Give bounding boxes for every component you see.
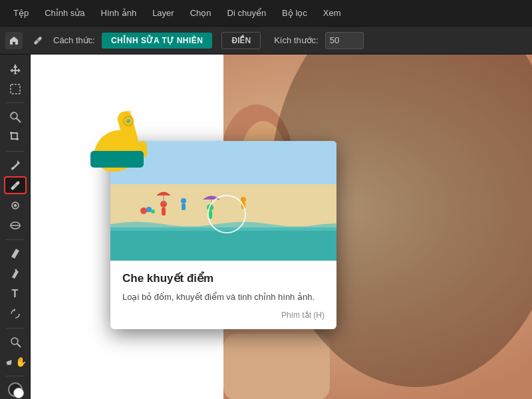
brush-tool[interactable] (4, 196, 27, 214)
svg-point-38 (125, 110, 132, 114)
svg-point-37 (126, 119, 130, 123)
svg-line-22 (17, 344, 21, 347)
menu-xem[interactable]: Xem (317, 5, 348, 21)
svg-point-20 (15, 269, 17, 271)
svg-rect-28 (223, 334, 330, 399)
tooltip-shortcut: Phím tắt (H) (122, 311, 325, 320)
mode-dien-button[interactable]: ĐIỀN (221, 32, 261, 49)
pen-tool[interactable] (4, 265, 27, 283)
menu-di-chuyen[interactable]: Di chuyển (221, 5, 273, 21)
toolbar-separator-3 (6, 239, 25, 240)
burn-tool[interactable] (4, 217, 27, 235)
svg-point-54 (146, 207, 152, 212)
menu-layer[interactable]: Layer (146, 5, 181, 21)
menubar: Tệp Chỉnh sửa Hình ảnh Layer Chọn Di chu… (0, 0, 532, 27)
heal-tool[interactable] (4, 176, 27, 195)
toolbar-separator-1 (6, 102, 25, 103)
move-tool[interactable] (4, 60, 27, 78)
menu-chinh-sua[interactable]: Chỉnh sửa (38, 5, 91, 21)
home-button[interactable] (5, 32, 23, 49)
svg-point-21 (11, 338, 18, 344)
hand-tool[interactable]: ✋ (4, 353, 27, 371)
size-input[interactable] (325, 32, 364, 49)
mode-chinh-sua-button[interactable]: CHỈNH SỬA TỰ NHIÊN (102, 33, 213, 49)
svg-rect-45 (182, 203, 186, 210)
tooltip-text-area: Che khuyết điểm Loại bỏ đốm, khuyết điểm… (110, 261, 336, 329)
svg-point-53 (140, 207, 147, 214)
main-layout: T ✋ (0, 55, 532, 399)
menu-hinh-anh[interactable]: Hình ảnh (94, 5, 144, 21)
svg-marker-3 (10, 64, 21, 74)
eyedropper-tool[interactable] (4, 156, 27, 174)
svg-point-17 (14, 204, 17, 207)
toolbar: T ✋ (0, 55, 31, 399)
svg-point-6 (11, 112, 17, 119)
svg-point-7 (11, 112, 13, 114)
kich-thuoc-label: Kích thước: (274, 35, 319, 45)
toolbar-separator-5 (6, 376, 25, 376)
svg-rect-35 (90, 151, 144, 168)
crop-tool[interactable] (4, 128, 27, 146)
canvas-area[interactable]: Che khuyết điểm Loại bỏ đốm, khuyết điểm… (31, 55, 532, 399)
tooltip-title: Che khuyết điểm (122, 271, 325, 285)
svg-rect-43 (162, 207, 166, 215)
svg-point-48 (241, 197, 246, 202)
selection-tool[interactable] (4, 80, 27, 98)
magic-wand-tool[interactable] (4, 108, 27, 126)
svg-point-9 (13, 112, 14, 112)
menu-tep[interactable]: Tệp (7, 5, 35, 21)
svg-point-8 (11, 114, 12, 116)
svg-point-2 (37, 39, 39, 42)
eraser-tool[interactable] (4, 245, 27, 263)
text-tool[interactable]: T (4, 285, 27, 303)
pointing-hand-illustration (80, 101, 160, 174)
tooltip-description: Loại bỏ đốm, khuyết điểm và tinh chỉnh h… (122, 291, 325, 304)
toolbar-separator-2 (6, 151, 25, 152)
rotate-tool[interactable] (4, 305, 27, 323)
zoom-tool[interactable] (4, 332, 27, 350)
svg-rect-4 (11, 84, 20, 94)
svg-point-55 (151, 209, 155, 213)
toolbar-separator-4 (6, 328, 25, 329)
cach-thuc-label: Cách thức: (53, 35, 95, 45)
foreground-color-swatch[interactable] (4, 381, 27, 399)
menu-chon[interactable]: Chọn (184, 5, 218, 21)
svg-point-44 (181, 198, 186, 203)
bandaid-options-icon (29, 32, 47, 49)
menu-bo-loc[interactable]: Bộ lọc (275, 5, 314, 21)
optionsbar: Cách thức: CHỈNH SỬA TỰ NHIÊN ĐIỀN Kích … (0, 27, 532, 55)
